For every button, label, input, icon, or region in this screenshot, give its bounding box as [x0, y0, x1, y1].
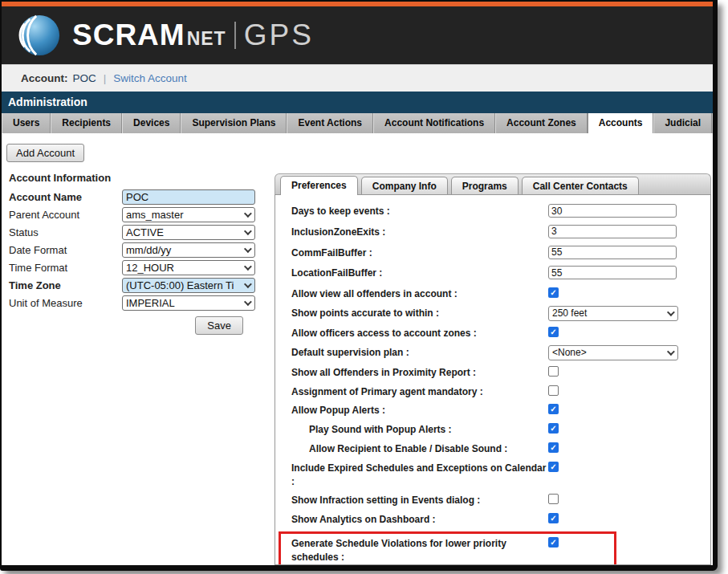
- pref-control-show-all-offenders-in-proximity-report: [548, 365, 559, 377]
- preferences-panel: PreferencesCompany InfoProgramsCall Cent…: [275, 173, 711, 565]
- brand-scram-text: SCRAM: [72, 18, 185, 52]
- allow-officers-access-to-account-zones-checkbox[interactable]: ✓: [548, 327, 559, 337]
- pref-control-play-sound-with-popup-alerts: ✓: [548, 422, 559, 434]
- show-points-accurate-to-within-value: 250 feet: [552, 307, 587, 319]
- pref-row-inclusionzoneexits: InclusionZoneExits :3: [291, 225, 710, 239]
- tab-users[interactable]: Users: [2, 113, 51, 133]
- field-label-time-zone: Time Zone: [6, 279, 122, 291]
- pref-row-generate-schedule-violations-for-lower-priority-schedules: Generate Schedule Violations for lower p…: [291, 536, 614, 564]
- status-select[interactable]: ACTIVE: [122, 225, 255, 240]
- field-label-status: Status: [6, 226, 122, 238]
- field-label-parent-account: Parent Account: [6, 209, 122, 221]
- pref-label-show-all-offenders-in-proximity-report: Show all Offenders in Proximity Report :: [291, 365, 548, 380]
- pref-row-days-to-keep-events: Days to keep events :30: [291, 204, 710, 218]
- time-format-select[interactable]: 12_HOUR: [122, 260, 255, 275]
- status-value: ACTIVE: [126, 226, 164, 238]
- tab-call-center-contacts[interactable]: Call Center Contacts: [522, 177, 639, 194]
- default-supervision-plan-value: <None>: [552, 347, 587, 358]
- show-points-accurate-to-within-select[interactable]: 250 feet: [548, 306, 678, 321]
- tab-accounts[interactable]: Accounts: [588, 113, 654, 133]
- assignment-of-primary-agent-mandatory-checkbox[interactable]: [548, 385, 559, 396]
- play-sound-with-popup-alerts-checkbox[interactable]: ✓: [548, 423, 559, 434]
- form-row-unit-of-measure: Unit of MeasureIMPERIAL: [6, 295, 263, 311]
- allow-view-all-offenders-in-account-checkbox[interactable]: ✓: [548, 287, 559, 298]
- pref-row-show-points-accurate-to-within: Show points accurate to within :250 feet: [291, 306, 710, 321]
- form-row-account-name: Account NamePOC: [6, 189, 263, 205]
- time-zone-select[interactable]: (UTC-05:00) Eastern Ti: [122, 278, 255, 293]
- pref-label-show-analytics-on-dashboard: Show Analytics on Dashboard :: [291, 512, 548, 527]
- tab-programs[interactable]: Programs: [451, 177, 519, 194]
- show-analytics-on-dashboard-checkbox[interactable]: ✓: [548, 513, 559, 523]
- save-button[interactable]: Save: [195, 316, 243, 335]
- pref-row-include-expired-schedules-and-exceptions-on-calendar: Include Expired Schedules and Exceptions…: [291, 461, 710, 489]
- pref-control-allow-view-all-offenders-in-account: ✓: [548, 287, 559, 298]
- tab-company-info[interactable]: Company Info: [361, 177, 448, 194]
- account-label: Account:: [21, 72, 68, 84]
- show-infraction-setting-in-events-dialog-checkbox[interactable]: [548, 494, 559, 504]
- field-label-date-format: Date Format: [6, 244, 122, 256]
- chevron-down-icon: [667, 348, 675, 356]
- pref-row-default-supervision-plan: Default supervision plan :<None>: [291, 345, 710, 360]
- pref-row-allow-view-all-offenders-in-account: Allow view all offenders in account :✓: [291, 287, 710, 301]
- time-zone-value: (UTC-05:00) Eastern Ti: [126, 279, 234, 291]
- commfailbuffer-input[interactable]: 55: [548, 246, 677, 259]
- locationfailbuffer-input[interactable]: 55: [548, 266, 677, 279]
- pref-label-show-infraction-setting-in-events-dialog: Show Infraction setting in Events dialog…: [291, 493, 548, 507]
- chevron-down-icon: [244, 210, 252, 218]
- pref-row-allow-popup-alerts: Allow Popup Alerts :✓: [291, 403, 710, 417]
- include-expired-schedules-and-exceptions-on-calendar-checkbox[interactable]: ✓: [548, 462, 559, 472]
- pref-label-commfailbuffer: CommFailBuffer :: [291, 246, 548, 260]
- chevron-down-icon: [667, 308, 675, 316]
- account-bar-separator: |: [104, 72, 107, 84]
- pref-label-play-sound-with-popup-alerts: Play Sound with Popup Alerts :: [291, 422, 548, 437]
- default-supervision-plan-select[interactable]: <None>: [548, 345, 678, 360]
- account-name-value: POC: [73, 72, 96, 84]
- switch-account-link[interactable]: Switch Account: [113, 72, 187, 84]
- pref-label-locationfailbuffer: LocationFailBuffer :: [291, 266, 548, 280]
- pref-label-assignment-of-primary-agent-mandatory: Assignment of Primary agent mandatory :: [291, 385, 548, 399]
- pref-row-allow-officers-access-to-account-zones: Allow officers access to account zones :…: [291, 326, 710, 340]
- inclusionzoneexits-input[interactable]: 3: [548, 225, 677, 238]
- tab-devices[interactable]: Devices: [122, 113, 181, 133]
- form-row-time-format: Time Format12_HOUR: [6, 260, 263, 275]
- pref-control-allow-recipient-to-enable-disable-sound: ✓: [548, 442, 559, 453]
- allow-recipient-to-enable-disable-sound-checkbox[interactable]: ✓: [548, 442, 559, 453]
- tab-account-zones[interactable]: Account Zones: [495, 113, 588, 133]
- days-to-keep-events-input[interactable]: 30: [548, 204, 677, 218]
- parent-account-select[interactable]: ams_master: [122, 207, 255, 222]
- pref-control-show-infraction-setting-in-events-dialog: [548, 493, 559, 504]
- pref-label-allow-popup-alerts: Allow Popup Alerts :: [291, 403, 548, 417]
- brand-header: SCRAM NET GPS: [2, 6, 713, 64]
- allow-popup-alerts-checkbox[interactable]: ✓: [548, 404, 559, 414]
- tab-event-actions[interactable]: Event Actions: [287, 113, 373, 133]
- field-label-time-format: Time Format: [6, 262, 122, 274]
- pref-label-days-to-keep-events: Days to keep events :: [291, 204, 548, 218]
- days-to-keep-events-value: 30: [551, 206, 562, 217]
- pref-row-allow-recipient-to-enable-disable-sound: Allow Recipient to Enable / Disable Soun…: [291, 442, 710, 456]
- highlight-box: Generate Schedule Violations for lower p…: [279, 531, 616, 565]
- chevron-down-icon: [244, 227, 252, 235]
- pref-label-default-supervision-plan: Default supervision plan :: [291, 345, 548, 360]
- field-label-account-name: Account Name: [6, 191, 122, 203]
- tab-supervision-plans[interactable]: Supervision Plans: [181, 113, 287, 133]
- tab-recipients[interactable]: Recipients: [51, 113, 122, 133]
- pref-row-play-sound-with-popup-alerts: Play Sound with Popup Alerts :✓: [291, 422, 710, 437]
- unit-of-measure-select[interactable]: IMPERIAL: [122, 295, 255, 311]
- account-name-input[interactable]: POC: [122, 189, 255, 205]
- date-format-select[interactable]: mm/dd/yy: [122, 242, 255, 258]
- generate-schedule-violations-for-lower-priority-schedules-checkbox[interactable]: ✓: [548, 537, 559, 548]
- pref-label-allow-view-all-offenders-in-account: Allow view all offenders in account :: [291, 287, 548, 301]
- add-account-button[interactable]: Add Account: [6, 144, 84, 162]
- chevron-down-icon: [244, 298, 252, 306]
- tab-judicial[interactable]: Judicial: [653, 113, 712, 133]
- pref-label-include-expired-schedules-and-exceptions-on-calendar: Include Expired Schedules and Exceptions…: [291, 461, 548, 489]
- locationfailbuffer-value: 55: [551, 267, 562, 279]
- pref-control-inclusionzoneexits: 3: [548, 225, 677, 238]
- chevron-down-icon: [244, 263, 252, 271]
- pref-row-locationfailbuffer: LocationFailBuffer :55: [291, 266, 710, 280]
- tab-preferences[interactable]: Preferences: [280, 176, 358, 195]
- tab-account-notifications[interactable]: Account Notifications: [373, 113, 495, 133]
- pref-control-days-to-keep-events: 30: [548, 204, 677, 218]
- chevron-down-icon: [244, 280, 252, 288]
- show-all-offenders-in-proximity-report-checkbox[interactable]: [548, 366, 559, 377]
